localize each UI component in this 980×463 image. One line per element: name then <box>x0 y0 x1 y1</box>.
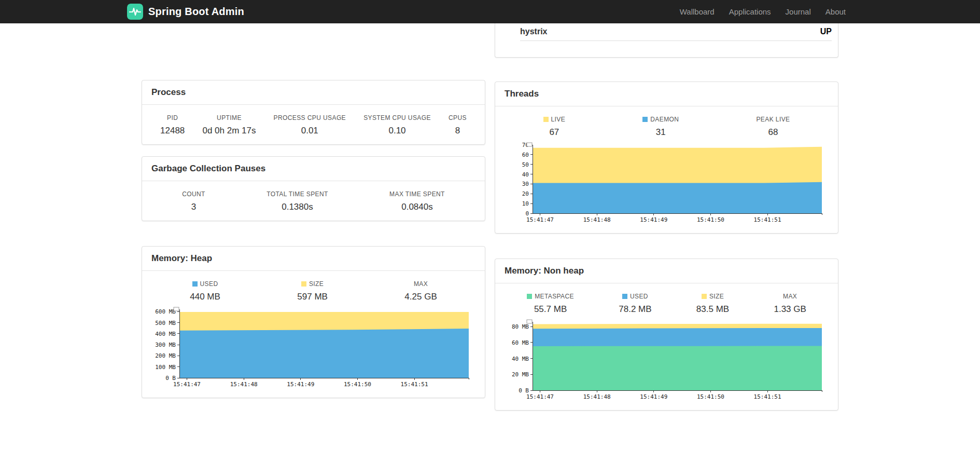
nonheap-card-header: Memory: Non heap <box>495 259 838 283</box>
left-column: Process PID 12488 UPTIME 0d 0h 2m 17s <box>142 23 485 398</box>
stat-gc-total-time: TOTAL TIME SPENT 0.1380s <box>267 190 328 212</box>
stat-cpus: CPUS 8 <box>449 114 467 136</box>
heap-card-header: Memory: Heap <box>142 247 485 271</box>
svg-text:10: 10 <box>522 200 529 207</box>
svg-text:60: 60 <box>522 152 529 158</box>
gc-stats: COUNT 3 TOTAL TIME SPENT 0.1380s MAX TIM… <box>151 190 475 212</box>
gc-pauses-card: Garbage Collection Pauses COUNT 3 TOTAL … <box>142 156 485 221</box>
heap-stats: USED 440 MB SIZE 597 MB MAX 4.25 GB <box>151 280 475 302</box>
stat-process-cpu-usage: PROCESS CPU USAGE 0.01 <box>274 114 346 136</box>
svg-text:15:41:51: 15:41:51 <box>754 393 781 400</box>
stat-threads-daemon: DAEMON 31 <box>642 116 679 138</box>
spring-boot-admin-logo-icon <box>127 4 143 20</box>
svg-text:15:41:49: 15:41:49 <box>640 393 667 400</box>
stat-gc-count: COUNT 3 <box>182 190 205 212</box>
nonheap-memory-chart: 0 B20 MB40 MB60 MB80 MB15:41:4715:41:481… <box>505 319 829 402</box>
right-column: hystrix UP Threads LIVE 67 <box>495 23 838 411</box>
legend-swatch-live <box>543 117 549 122</box>
legend-swatch-size <box>301 281 306 287</box>
svg-text:60 MB: 60 MB <box>512 339 529 346</box>
nav-item-wallboard[interactable]: Wallboard <box>673 3 722 20</box>
gc-card-header: Garbage Collection Pauses <box>142 157 485 181</box>
svg-text:15:41:48: 15:41:48 <box>583 393 611 400</box>
gc-card-title: Garbage Collection Pauses <box>151 164 265 173</box>
svg-text:300 MB: 300 MB <box>155 342 176 348</box>
legend-swatch-nonheap-size <box>702 294 707 299</box>
svg-text:30: 30 <box>522 181 529 187</box>
svg-text:15:41:47: 15:41:47 <box>526 393 554 400</box>
threads-card-header: Threads <box>495 82 838 106</box>
brand-title: Spring Boot Admin <box>148 6 244 18</box>
stat-system-cpu-usage: SYSTEM CPU USAGE 0.10 <box>363 114 431 136</box>
svg-text:15:41:49: 15:41:49 <box>640 216 667 223</box>
page-bottom-whitespace <box>0 411 980 447</box>
stat-uptime: UPTIME 0d 0h 2m 17s <box>202 114 256 136</box>
heap-card-title: Memory: Heap <box>151 253 212 263</box>
stat-nonheap-max: MAX 1.33 GB <box>774 293 806 315</box>
svg-text:15:41:48: 15:41:48 <box>583 216 611 223</box>
threads-card: Threads LIVE 67 DAEMON 31 PEAK LIVE <box>495 81 838 234</box>
process-card: Process PID 12488 UPTIME 0d 0h 2m 17s <box>142 80 485 145</box>
nav-links: Wallboard Applications Journal About <box>673 3 853 20</box>
threads-card-title: Threads <box>505 89 539 99</box>
threads-stats: LIVE 67 DAEMON 31 PEAK LIVE 68 <box>505 116 829 138</box>
process-card-title: Process <box>151 87 186 97</box>
svg-text:15:41:50: 15:41:50 <box>697 216 724 223</box>
svg-text:600 MB: 600 MB <box>155 308 176 315</box>
svg-text:50: 50 <box>522 161 529 168</box>
stat-heap-size: SIZE 597 MB <box>297 280 328 302</box>
svg-text:15:41:50: 15:41:50 <box>344 381 371 388</box>
svg-text:80 MB: 80 MB <box>512 323 529 330</box>
stat-threads-live: LIVE 67 <box>543 116 566 138</box>
svg-text:40 MB: 40 MB <box>512 356 529 362</box>
stat-gc-max-time: MAX TIME SPENT 0.0840s <box>389 190 445 212</box>
nav-item-journal[interactable]: Journal <box>778 3 818 20</box>
svg-text:15:41:49: 15:41:49 <box>287 381 314 388</box>
application-name: hystrix <box>520 27 547 36</box>
svg-text:500 MB: 500 MB <box>155 320 176 326</box>
svg-text:15:41:50: 15:41:50 <box>697 393 724 400</box>
application-status-card: hystrix UP <box>495 23 838 58</box>
application-row-hystrix[interactable]: hystrix UP <box>520 23 832 41</box>
memory-heap-card: Memory: Heap USED 440 MB SIZE 597 MB <box>142 246 485 398</box>
nonheap-stats: METASPACE 55.7 MB USED 78.2 MB SIZE 83.5… <box>505 293 829 315</box>
legend-swatch-used <box>192 281 198 287</box>
stat-pid: PID 12488 <box>160 114 185 136</box>
legend-swatch-metaspace <box>527 294 532 299</box>
svg-text:20 MB: 20 MB <box>512 371 529 378</box>
process-card-header: Process <box>142 80 485 105</box>
nonheap-card-title: Memory: Non heap <box>505 266 584 276</box>
threads-chart: 01020304050607015:41:4715:41:4815:41:491… <box>505 142 829 225</box>
process-stats: PID 12488 UPTIME 0d 0h 2m 17s PROCESS CP… <box>151 114 475 136</box>
navbar: Spring Boot Admin Wallboard Applications… <box>0 0 980 23</box>
svg-text:15:41:51: 15:41:51 <box>401 381 428 388</box>
stat-nonheap-metaspace: METASPACE 55.7 MB <box>527 293 574 315</box>
stat-nonheap-size: SIZE 83.5 MB <box>696 293 729 315</box>
svg-text:400 MB: 400 MB <box>155 331 176 337</box>
svg-text:40: 40 <box>522 171 529 178</box>
heap-memory-chart: 0 B100 MB200 MB300 MB400 MB500 MB600 MB1… <box>151 306 475 389</box>
svg-text:100 MB: 100 MB <box>155 364 176 371</box>
stat-nonheap-used: USED 78.2 MB <box>619 293 651 315</box>
nav-item-applications[interactable]: Applications <box>722 3 778 20</box>
nav-item-about[interactable]: About <box>818 3 853 20</box>
card-spacer <box>495 41 838 57</box>
memory-nonheap-card: Memory: Non heap METASPACE 55.7 MB USED … <box>495 258 838 411</box>
svg-text:15:41:51: 15:41:51 <box>754 216 781 223</box>
stat-heap-used: USED 440 MB <box>190 280 220 302</box>
stat-threads-peak-live: PEAK LIVE 68 <box>756 116 790 138</box>
status-badge: UP <box>820 27 832 36</box>
svg-text:15:41:47: 15:41:47 <box>173 381 201 388</box>
svg-text:15:41:47: 15:41:47 <box>526 216 554 223</box>
svg-text:15:41:48: 15:41:48 <box>230 381 258 388</box>
svg-text:200 MB: 200 MB <box>155 352 176 359</box>
brand[interactable]: Spring Boot Admin <box>127 4 244 20</box>
legend-swatch-daemon <box>642 117 648 122</box>
svg-text:20: 20 <box>522 190 529 197</box>
legend-swatch-nonheap-used <box>622 294 627 299</box>
stat-heap-max: MAX 4.25 GB <box>404 280 437 302</box>
